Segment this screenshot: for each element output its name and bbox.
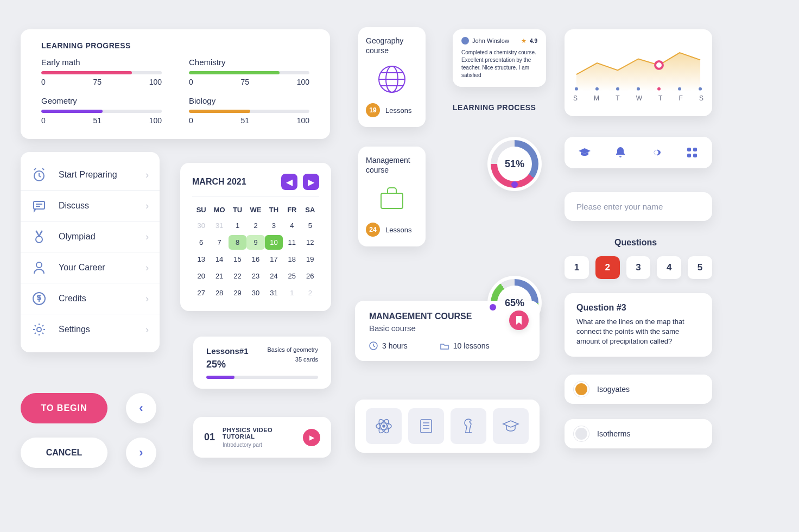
person-icon: [31, 260, 47, 275]
video-tutorial-card: 01 PHYSICS VIDEO TUTORIAL Introductory p…: [193, 417, 331, 458]
question-number-2[interactable]: 2: [595, 256, 620, 279]
gear-icon: [31, 322, 47, 337]
calendar-next-button[interactable]: ▶: [303, 174, 319, 190]
chat-icon: [31, 198, 47, 213]
calendar-title: MARCH 2021: [192, 177, 246, 187]
cancel-button[interactable]: CANCEL: [21, 438, 107, 468]
review-rating: 4.9: [530, 38, 537, 44]
calendar-day[interactable]: 22: [229, 269, 246, 283]
calendar-day[interactable]: 29: [229, 286, 246, 300]
calendar-day[interactable]: 13: [192, 252, 210, 267]
graduation-icon[interactable]: [493, 408, 529, 444]
calendar-day[interactable]: 23: [246, 269, 264, 283]
course-detail-title: MANAGEMENT COURSE: [369, 312, 525, 321]
calendar-day[interactable]: 10: [265, 235, 283, 250]
question-number-5[interactable]: 5: [688, 256, 712, 279]
nav-item-olympiad[interactable]: Olympiad ›: [21, 221, 160, 252]
calendar-day[interactable]: 8: [229, 235, 246, 250]
course-lessons-label: Lessons: [385, 106, 411, 115]
nav-item-credits[interactable]: Credits ›: [21, 283, 160, 314]
graduation-icon[interactable]: [578, 145, 592, 160]
nav-item-your-career[interactable]: Your Career ›: [21, 252, 160, 283]
calendar-day[interactable]: 17: [265, 252, 283, 267]
course-duration: 3 hours: [369, 341, 408, 350]
geography-course-card[interactable]: Geography course 19 Lessons: [358, 27, 426, 127]
book-icon[interactable]: [408, 408, 444, 444]
calendar-day[interactable]: 7: [210, 235, 228, 250]
svg-point-21: [575, 87, 578, 91]
course-lesson-count: 19: [366, 103, 380, 117]
calendar-day[interactable]: 15: [229, 252, 246, 267]
calendar-day[interactable]: 3: [265, 218, 283, 233]
calendar-day[interactable]: 1: [283, 286, 301, 300]
nav-label: Start Preparing: [59, 170, 145, 180]
svg-point-24: [637, 87, 640, 91]
calendar-day[interactable]: 30: [192, 218, 210, 233]
svg-rect-30: [693, 148, 697, 151]
atom-icon[interactable]: [366, 408, 402, 444]
calendar-day[interactable]: 31: [210, 218, 228, 233]
play-button[interactable]: ▶: [303, 429, 320, 446]
calendar-day[interactable]: 28: [210, 286, 228, 300]
question-number-4[interactable]: 4: [657, 256, 681, 279]
calendar-day[interactable]: 14: [210, 252, 228, 267]
weekly-chart: SMTWTFS: [565, 29, 712, 116]
calendar-day[interactable]: 20: [192, 269, 210, 283]
next-button[interactable]: ›: [126, 438, 156, 468]
calendar-day[interactable]: 6: [192, 235, 210, 250]
questions-title: Questions: [614, 238, 657, 248]
calendar-day[interactable]: 26: [301, 269, 319, 283]
calendar-day[interactable]: 12: [301, 235, 319, 250]
calendar-day[interactable]: 21: [210, 269, 228, 283]
review-text: Completed a chemistry course. Excellent …: [461, 49, 537, 79]
answer-option-2[interactable]: Isotherms: [565, 419, 712, 448]
nav-item-start-preparing[interactable]: Start Preparing ›: [21, 160, 160, 191]
progress-item: Early math 075100: [41, 58, 162, 86]
svg-point-5: [37, 327, 41, 332]
begin-button[interactable]: TO BEGIN: [21, 393, 107, 423]
chess-icon[interactable]: [451, 408, 486, 444]
name-input[interactable]: Please enter your name: [565, 192, 712, 221]
question-number-1[interactable]: 1: [565, 256, 589, 279]
calendar-day[interactable]: 16: [246, 252, 264, 267]
progress-donut-1: 51%: [487, 137, 542, 191]
clock-icon: [369, 341, 378, 350]
prev-button[interactable]: ‹: [126, 393, 156, 423]
calendar-day[interactable]: 11: [283, 235, 301, 250]
course-lessons-label: Lessons: [385, 226, 411, 234]
chart-day-label: S: [699, 94, 703, 102]
chevron-right-icon: ›: [145, 324, 149, 335]
area-chart: [572, 36, 705, 93]
nav-item-discuss[interactable]: Discuss ›: [21, 191, 160, 221]
calendar-day[interactable]: 9: [246, 235, 264, 250]
calendar-day-header: WE: [246, 204, 264, 216]
calendar-day[interactable]: 25: [283, 269, 301, 283]
calendar-day[interactable]: 31: [265, 286, 283, 300]
calendar-day[interactable]: 24: [265, 269, 283, 283]
calendar-day[interactable]: 4: [283, 218, 301, 233]
bell-icon[interactable]: [613, 145, 627, 160]
calendar-day[interactable]: 18: [283, 252, 301, 267]
progress-item: Geometry 051100: [41, 96, 162, 125]
calendar-day[interactable]: 19: [301, 252, 319, 267]
calendar-prev-button[interactable]: ◀: [281, 174, 297, 190]
course-lesson-count: 24: [366, 223, 380, 237]
answer-option-1[interactable]: Isogyates: [565, 375, 712, 404]
gear-icon[interactable]: [649, 145, 663, 160]
progress-item: Chemistry 075100: [189, 58, 309, 86]
medal-icon: [31, 229, 47, 244]
nav-label: Olympiad: [59, 232, 145, 242]
calendar-day[interactable]: 1: [229, 218, 246, 233]
calendar-day[interactable]: 30: [246, 286, 264, 300]
bookmark-button[interactable]: [509, 311, 529, 330]
lesson-subject: Basics of geometry: [267, 346, 318, 353]
calendar-day[interactable]: 2: [246, 218, 264, 233]
management-course-card[interactable]: Management course 24 Lessons: [358, 147, 426, 246]
grid-icon[interactable]: [685, 145, 699, 160]
calendar-day[interactable]: 27: [192, 286, 210, 300]
calendar-day[interactable]: 2: [301, 286, 319, 300]
calendar-day[interactable]: 5: [301, 218, 319, 233]
nav-item-settings[interactable]: Settings ›: [21, 314, 160, 345]
nav-label: Your Career: [59, 263, 145, 273]
question-number-3[interactable]: 3: [626, 256, 651, 279]
